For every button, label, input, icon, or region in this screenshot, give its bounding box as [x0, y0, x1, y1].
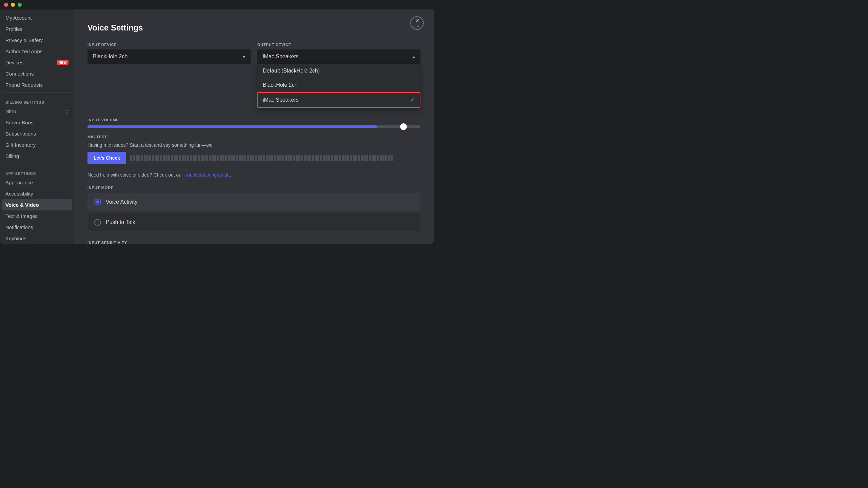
maximize-button[interactable] — [18, 3, 22, 7]
close-x-icon: ✕ — [415, 18, 419, 24]
mic-bar — [193, 155, 195, 161]
input-sensitivity-label: INPUT SENSITIVITY — [87, 241, 420, 244]
mic-bar — [195, 155, 197, 161]
close-button[interactable] — [4, 3, 8, 7]
sidebar-item-authorized-apps[interactable]: Authorized Apps — [2, 46, 72, 57]
sidebar-divider-2 — [2, 164, 72, 164]
mic-bar — [155, 155, 157, 161]
input-device-value: BlackHole 2ch — [93, 54, 127, 60]
mic-bar — [363, 155, 366, 161]
mic-bar — [179, 155, 181, 161]
sidebar-item-appearance[interactable]: Appearance — [2, 177, 72, 188]
mic-bar — [198, 155, 200, 161]
mic-bar — [247, 155, 249, 161]
input-device-select[interactable]: BlackHole 2ch ▾ — [87, 49, 251, 64]
sidebar-item-privacy-safety[interactable]: Privacy & Safety — [2, 35, 72, 46]
sidebar-item-accessibility[interactable]: Accessibility — [2, 188, 72, 199]
mic-bars-visualization — [130, 155, 420, 161]
mic-bar — [168, 155, 170, 161]
close-settings-button[interactable]: ✕ ESC — [410, 16, 424, 30]
mic-bar — [258, 155, 260, 161]
mic-bar — [293, 155, 295, 161]
mic-bar — [290, 155, 292, 161]
mic-bar — [374, 155, 376, 161]
mic-bar — [252, 155, 254, 161]
voice-activity-option[interactable]: Voice Activity — [87, 193, 420, 211]
sidebar-item-my-account[interactable]: My Account — [2, 12, 72, 23]
mic-bar — [334, 155, 336, 161]
input-mode-label: INPUT MODE — [87, 186, 420, 190]
mic-bar — [296, 155, 298, 161]
mic-bar — [209, 155, 211, 161]
volume-slider[interactable] — [87, 125, 420, 128]
mic-bar — [339, 155, 341, 161]
sidebar-item-nitro[interactable]: Nitro ⬡ — [2, 106, 72, 117]
mic-bar — [355, 155, 357, 161]
titlebar — [0, 0, 434, 9]
volume-slider-thumb[interactable] — [400, 123, 407, 130]
mic-bar — [312, 155, 314, 161]
minimize-button[interactable] — [11, 3, 15, 7]
voice-activity-radio[interactable] — [94, 199, 101, 205]
sidebar-item-devices[interactable]: Devices NEW — [2, 57, 72, 68]
app-section-label: APP SETTINGS — [2, 166, 72, 177]
mic-bar — [380, 155, 382, 161]
mic-bar — [171, 155, 173, 161]
app-window: My Account Profiles Privacy & Safety Aut… — [0, 0, 434, 244]
sidebar-item-connections[interactable]: Connections — [2, 68, 72, 79]
sidebar-item-voice-video[interactable]: Voice & Video — [2, 199, 72, 210]
mic-bar — [336, 155, 338, 161]
sidebar-item-text-images[interactable]: Text & Images — [2, 210, 72, 222]
output-device-group: OUTPUT DEVICE iMac Speakers ▴ Default (B… — [257, 43, 420, 64]
input-device-label: INPUT DEVICE — [87, 43, 251, 47]
mic-bar — [301, 155, 303, 161]
mic-bar — [263, 155, 265, 161]
sidebar-item-subscriptions[interactable]: Subscriptions — [2, 128, 72, 139]
sidebar-item-profiles[interactable]: Profiles — [2, 23, 72, 35]
check-icon: ✔ — [410, 96, 415, 104]
mic-bar — [255, 155, 257, 161]
output-device-label: OUTPUT DEVICE — [257, 43, 420, 47]
troubleshooting-guide-link[interactable]: troubleshooting guide — [184, 172, 230, 178]
sidebar-item-friend-requests[interactable]: Friend Requests — [2, 79, 72, 90]
mic-bar — [344, 155, 347, 161]
mic-bar — [144, 155, 146, 161]
dropdown-option-imac-speakers[interactable]: iMac Speakers ✔ — [257, 92, 420, 108]
mic-bar — [285, 155, 287, 161]
dropdown-option-default-blackhole[interactable]: Default (BlackHole 2ch) — [257, 64, 420, 78]
sidebar-item-server-boost[interactable]: Server Boost — [2, 117, 72, 128]
chevron-down-icon: ▾ — [243, 54, 245, 59]
sidebar-item-billing[interactable]: Billing — [2, 150, 72, 162]
mic-bar — [157, 155, 159, 161]
badge-new: NEW — [57, 60, 68, 65]
main-content: ✕ ESC Voice Settings INPUT DEVICE BlackH… — [74, 9, 434, 244]
mic-bar — [163, 155, 165, 161]
dropdown-option-blackhole-2ch[interactable]: BlackHole 2ch — [257, 78, 420, 92]
mic-bar — [361, 155, 363, 161]
chevron-up-icon: ▴ — [413, 54, 415, 59]
mic-bar — [136, 155, 138, 161]
mic-bar — [206, 155, 208, 161]
lets-check-button[interactable]: Let's Check — [87, 152, 126, 164]
sidebar-item-gift-inventory[interactable]: Gift Inventory — [2, 139, 72, 150]
output-device-dropdown[interactable]: iMac Speakers ▴ Default (BlackHole 2ch) … — [257, 49, 420, 64]
push-to-talk-radio[interactable] — [94, 219, 101, 226]
push-to-talk-option[interactable]: Push to Talk — [87, 214, 420, 231]
billing-section-label: BILLING SETTINGS — [2, 95, 72, 106]
sidebar-item-keybinds[interactable]: Keybinds — [2, 233, 72, 244]
mic-bar — [176, 155, 178, 161]
mic-bar — [353, 155, 355, 161]
sidebar-item-notifications[interactable]: Notifications — [2, 222, 72, 233]
mic-bar — [326, 155, 328, 161]
mic-bar — [160, 155, 162, 161]
mic-bar — [315, 155, 317, 161]
mic-bar — [214, 155, 216, 161]
mic-bar — [307, 155, 309, 161]
mic-bar — [369, 155, 371, 161]
mic-bar — [225, 155, 227, 161]
mic-bar — [250, 155, 252, 161]
mic-test-label: MIC TEST — [87, 135, 420, 139]
esc-label: ESC — [413, 24, 421, 28]
output-device-header[interactable]: iMac Speakers ▴ — [257, 49, 420, 64]
mic-test-row: Let's Check — [87, 152, 420, 164]
